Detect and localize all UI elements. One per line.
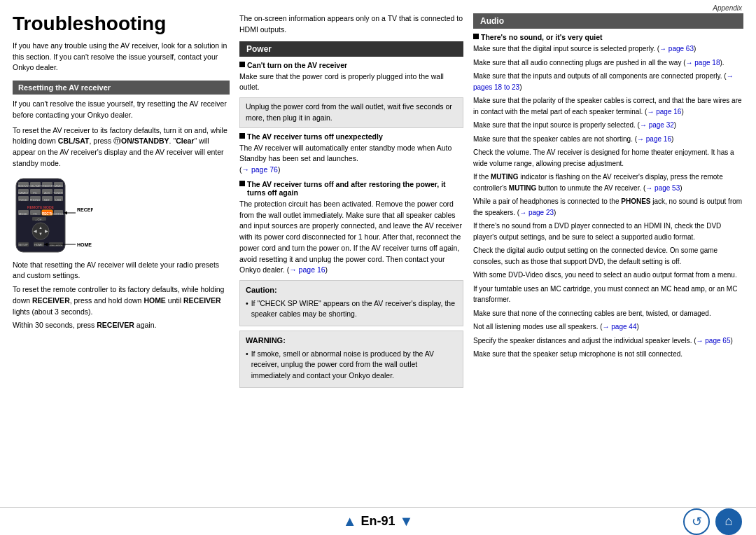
- caution-item: • If "CHECK SP WIRE" appears on the AV r…: [246, 298, 457, 321]
- svg-text:NET: NET: [44, 198, 50, 202]
- svg-text:RECEIVER: RECEIVER: [77, 207, 93, 212]
- on-screen-info: The on-screen information appears only o…: [239, 13, 463, 36]
- caution-box: Caution: • If "CHECK SP WIRE" appears on…: [239, 280, 463, 326]
- sub3-link[interactable]: → page 16: [289, 265, 325, 274]
- sub2-link[interactable]: → page 76: [242, 165, 278, 174]
- audio-item-4: Make sure that the input source is prope…: [473, 120, 743, 131]
- page-number: En-91: [360, 514, 395, 529]
- resetting-header: Resetting the AV receiver: [13, 81, 230, 95]
- caution-bullet: •: [246, 298, 248, 321]
- power-header: Power: [239, 41, 463, 57]
- audio-item-12: If your turntable uses an MC cartridge, …: [473, 284, 743, 305]
- middle-column: The on-screen information appears only o…: [239, 13, 463, 504]
- svg-text:+ CH -: + CH -: [35, 218, 43, 221]
- resetting-detail: To reset the AV receiver to its factory …: [13, 125, 230, 169]
- prev-page-arrow[interactable]: ▲: [343, 513, 357, 529]
- audio-item-14: Not all listening modes use all speakers…: [473, 321, 743, 333]
- audio-item-6: Check the volume. The AV receiver is des…: [473, 147, 743, 169]
- audio-header: Audio: [473, 13, 743, 29]
- sub1-title: Can't turn on the AV receiver: [239, 61, 463, 69]
- intro-text: If you have any trouble using the AV rec…: [13, 41, 230, 74]
- bullet-icon: [239, 62, 245, 67]
- resetting-intro: If you can't resolve the issue yourself,…: [13, 99, 230, 121]
- appendix-label: Appendix: [0, 0, 756, 13]
- audio-item-2: Make sure that the inputs and outputs of…: [473, 71, 743, 92]
- audio-item-9: If there's no sound from a DVD player co…: [473, 221, 743, 242]
- svg-text:AUX: AUX: [44, 191, 50, 195]
- svg-text:USB: USB: [55, 198, 62, 202]
- audio-sub1-title: There's no sound, or it's very quiet: [473, 33, 743, 41]
- bullet-icon: [239, 133, 245, 139]
- svg-text:HOME: HOME: [77, 242, 92, 247]
- page-title: Troubleshooting: [13, 13, 230, 35]
- back-icon: ↺: [692, 514, 702, 529]
- sub2-title: The AV receiver turns off unexpectedly: [239, 132, 463, 141]
- svg-text:GAME1: GAME1: [53, 184, 64, 188]
- audio-item-7: If the MUTING indicator is flashing on t…: [473, 172, 743, 193]
- audio-item-15: Specify the speaker distances and adjust…: [473, 335, 743, 347]
- svg-text:CBL/SAT: CBL/SAT: [29, 184, 41, 188]
- svg-text:REC'R: REC'R: [42, 212, 52, 216]
- svg-text:PC: PC: [33, 191, 37, 195]
- svg-text:TUNER: TUNER: [53, 191, 63, 195]
- home-icon: ⌂: [725, 514, 733, 529]
- warning-box: WARNING: • If smoke, smell or abnormal n…: [239, 331, 463, 388]
- remote-diagram: BD/DVD CBL/SAT STB/DVR GAME1 GAME2 PC AU…: [13, 175, 230, 256]
- svg-text:SURROU: SURROU: [52, 212, 64, 216]
- sub3-text: The protection circuit has been activate…: [239, 199, 463, 276]
- audio-item-11: With some DVD-Video discs, you need to s…: [473, 270, 743, 281]
- svg-text:BD/DVD: BD/DVD: [18, 184, 28, 188]
- back-button[interactable]: ↺: [683, 508, 710, 535]
- caution-header: Caution:: [246, 284, 457, 296]
- sub1-text: Make sure that the power cord is properl…: [239, 71, 463, 94]
- sub1-highlighted: Unplug the power cord from the wall outl…: [239, 97, 463, 128]
- warning-header: WARNING:: [246, 335, 457, 347]
- svg-text:TV: TV: [33, 212, 36, 216]
- svg-text:◀: ◀: [34, 229, 37, 233]
- sub3-title: The AV receiver turns off and after rest…: [239, 180, 463, 197]
- svg-text:PHONO: PHONO: [30, 198, 41, 202]
- svg-text:▲: ▲: [38, 225, 43, 230]
- bullet-icon: [473, 34, 479, 39]
- audio-item-1: Make sure that all audio connecting plug…: [473, 57, 743, 69]
- svg-text:GAME2: GAME2: [18, 191, 29, 195]
- right-column: Audio There's no sound, or it's very qui…: [473, 13, 743, 504]
- audio-item-5: Make sure that the speaker cables are no…: [473, 134, 743, 145]
- bullet-icon: [239, 181, 245, 186]
- svg-text:SETUP: SETUP: [18, 243, 28, 246]
- audio-item-0: Make sure that the digital input source …: [473, 43, 743, 55]
- footer: ▲ En-91 ▼ ↺ ⌂: [0, 507, 756, 535]
- audio-item-13: Make sure that none of the connecting ca…: [473, 308, 743, 319]
- audio-item-10: Check the digital audio output setting o…: [473, 245, 743, 267]
- warning-bullet: •: [246, 349, 248, 382]
- remote-svg: BD/DVD CBL/SAT STB/DVR GAME1 GAME2 PC AU…: [13, 175, 93, 256]
- warning-text: If smoke, smell or abnormal noise is pro…: [251, 349, 457, 382]
- left-column: Troubleshooting If you have any trouble …: [13, 13, 230, 504]
- caution-text: If "CHECK SP WIRE" appears on the AV rec…: [251, 298, 457, 321]
- sub2-text: The AV receiver will automatically enter…: [239, 143, 463, 176]
- home-button[interactable]: ⌂: [715, 508, 742, 535]
- svg-text:▼: ▼: [38, 232, 43, 236]
- svg-text:HOME: HOME: [34, 243, 43, 246]
- audio-item-8: While a pair of headphones is connected …: [473, 196, 743, 218]
- audio-item-3: Make sure that the polarity of the speak…: [473, 95, 743, 117]
- audio-items: Make sure that the digital input source …: [473, 43, 743, 360]
- svg-text:STB/DVR: STB/DVR: [41, 184, 52, 188]
- left-bottom-text: Note that resetting the AV receiver will…: [13, 260, 230, 332]
- svg-text:MODE: MODE: [19, 212, 27, 216]
- warning-item: • If smoke, smell or abnormal noise is p…: [246, 349, 457, 382]
- next-page-arrow[interactable]: ▼: [400, 513, 414, 529]
- svg-text:▶: ▶: [45, 229, 48, 233]
- footer-nav-arrows[interactable]: ▲ En-91 ▼: [343, 513, 414, 529]
- svg-text:TV/CD: TV/CD: [19, 198, 27, 202]
- footer-icons[interactable]: ↺ ⌂: [683, 508, 742, 535]
- svg-text:REMOTE MODE: REMOTE MODE: [27, 205, 54, 209]
- audio-item-16: Make sure that the speaker setup microph…: [473, 349, 743, 360]
